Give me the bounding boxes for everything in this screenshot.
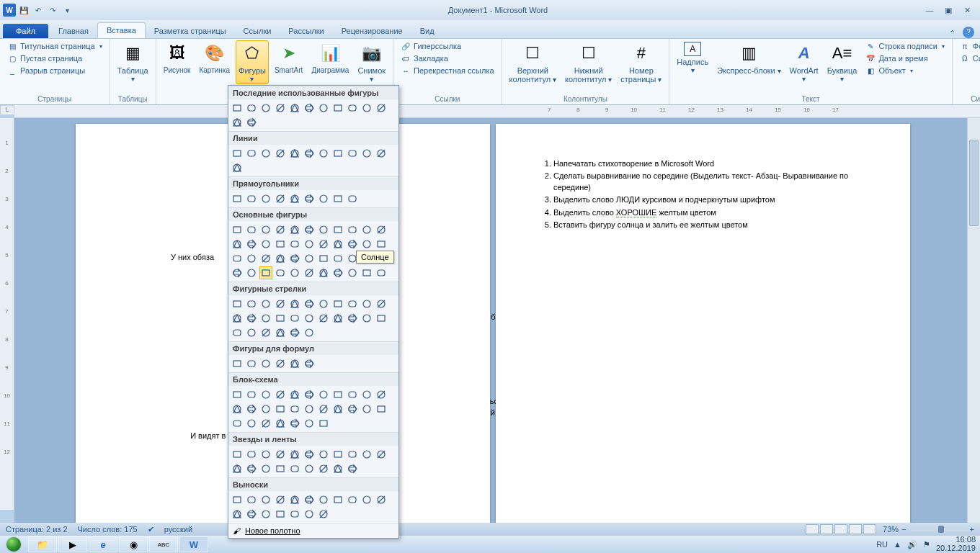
shape-item[interactable]: [331, 297, 344, 310]
shape-item[interactable]: [288, 192, 301, 205]
shape-item[interactable]: [303, 223, 316, 236]
shape-item[interactable]: [274, 192, 287, 205]
shape-item[interactable]: [303, 388, 316, 401]
shape-item[interactable]: [231, 297, 244, 310]
shape-item[interactable]: [231, 493, 244, 506]
shape-item[interactable]: [259, 192, 272, 205]
screenshot-button[interactable]: 📷Снимок▾: [355, 40, 388, 84]
shape-item[interactable]: [259, 493, 272, 506]
shape-item[interactable]: [317, 403, 330, 415]
taskbar-ie[interactable]: e: [89, 536, 117, 552]
taskbar-word[interactable]: W: [179, 536, 208, 552]
shape-item[interactable]: [288, 462, 301, 475]
shape-item[interactable]: [288, 223, 301, 236]
tab-pagelayout[interactable]: Разметка страницы: [146, 24, 235, 38]
shape-item[interactable]: [259, 102, 272, 114]
shape-item[interactable]: [245, 403, 258, 415]
shape-item[interactable]: [288, 326, 301, 339]
shape-item[interactable]: [346, 102, 359, 114]
word-icon[interactable]: W: [3, 4, 16, 17]
shape-item[interactable]: [331, 448, 344, 461]
shape-item[interactable]: [274, 223, 287, 236]
shape-item[interactable]: [231, 223, 244, 236]
shape-item[interactable]: [346, 462, 359, 475]
tab-review[interactable]: Рецензирование: [333, 24, 411, 38]
clipart-button[interactable]: 🎨Картинка: [196, 40, 233, 76]
view-outline[interactable]: [849, 524, 862, 534]
shape-item[interactable]: [259, 312, 272, 325]
shape-item[interactable]: [331, 403, 344, 415]
shape-item[interactable]: [245, 238, 258, 251]
shape-item[interactable]: [245, 223, 258, 236]
taskbar-media[interactable]: ▶: [58, 536, 87, 552]
redo-icon[interactable]: ↷: [46, 4, 59, 17]
shape-item[interactable]: [288, 252, 301, 265]
tab-file[interactable]: Файл: [3, 24, 48, 38]
shape-item[interactable]: [375, 312, 388, 325]
document-area[interactable]: Хороши Которое, Когда цел Они добр Хорош…: [14, 118, 967, 523]
zoom-in-icon[interactable]: +: [970, 525, 974, 534]
restore-icon[interactable]: ▣: [941, 6, 956, 15]
wordart-button[interactable]: AWordArt▾: [787, 40, 821, 84]
tab-insert[interactable]: Вставка: [97, 22, 146, 38]
crossref-button[interactable]: ↔Перекрестная ссылка: [398, 65, 497, 76]
shape-item[interactable]: [317, 297, 330, 310]
shape-item[interactable]: [317, 417, 330, 430]
shape-item[interactable]: [346, 312, 359, 325]
shape-item[interactable]: [259, 417, 272, 430]
quickparts-button[interactable]: ▥Экспресс-блоки ▾: [714, 40, 783, 76]
bookmark-button[interactable]: 🏷Закладка: [398, 53, 497, 64]
zoom-out-icon[interactable]: −: [901, 525, 906, 534]
shape-item[interactable]: [245, 417, 258, 430]
shape-item[interactable]: [288, 357, 301, 370]
tab-references[interactable]: Ссылки: [235, 24, 280, 38]
shape-item[interactable]: [360, 266, 373, 279]
shape-item[interactable]: [303, 238, 316, 251]
status-words[interactable]: Число слов: 175: [78, 525, 138, 534]
shape-item[interactable]: [360, 223, 373, 236]
vertical-scrollbar[interactable]: [967, 118, 980, 523]
shape-item[interactable]: [303, 102, 316, 114]
shape-item[interactable]: [360, 312, 373, 325]
undo-icon[interactable]: ↶: [32, 4, 45, 17]
shape-item[interactable]: [245, 357, 258, 370]
shape-item[interactable]: [288, 417, 301, 430]
shape-item[interactable]: [360, 238, 373, 251]
shape-item[interactable]: [331, 266, 344, 279]
shape-item[interactable]: [317, 493, 330, 506]
shape-item[interactable]: [274, 493, 287, 506]
datetime-button[interactable]: 📅Дата и время: [863, 53, 947, 64]
shape-item[interactable]: [245, 462, 258, 475]
shape-item[interactable]: [259, 357, 272, 370]
status-page[interactable]: Страница: 2 из 2: [6, 525, 68, 534]
view-draft[interactable]: [863, 524, 876, 534]
shape-item[interactable]: [259, 403, 272, 415]
shape-item[interactable]: [274, 357, 287, 370]
zoom-slider[interactable]: [909, 528, 967, 531]
shapes-button[interactable]: ⬠Фигуры▾: [236, 40, 269, 84]
shape-item[interactable]: [245, 266, 258, 279]
shape-item[interactable]: [245, 192, 258, 205]
shape-item[interactable]: [288, 448, 301, 461]
view-fullscreen[interactable]: [820, 524, 833, 534]
shape-item[interactable]: [231, 417, 244, 430]
shape-item[interactable]: [346, 448, 359, 461]
shape-item[interactable]: [245, 297, 258, 310]
shape-item[interactable]: [231, 403, 244, 415]
shape-item[interactable]: [245, 312, 258, 325]
signature-button[interactable]: ✎Строка подписи▾: [863, 40, 947, 52]
shape-item[interactable]: [274, 417, 287, 430]
shape-item[interactable]: [303, 493, 316, 506]
shape-item[interactable]: [317, 147, 330, 160]
shape-item[interactable]: [245, 116, 258, 129]
shape-item[interactable]: [274, 147, 287, 160]
shape-item[interactable]: [317, 266, 330, 279]
shape-item[interactable]: [331, 493, 344, 506]
shape-item[interactable]: [331, 192, 344, 205]
picture-button[interactable]: 🖼Рисунок: [161, 40, 194, 76]
status-spellcheck-icon[interactable]: ✔: [148, 525, 154, 534]
vertical-ruler[interactable]: 123456789101112: [0, 118, 14, 510]
shape-item[interactable]: [317, 388, 330, 401]
shape-item[interactable]: [245, 102, 258, 114]
shape-item[interactable]: [375, 448, 388, 461]
